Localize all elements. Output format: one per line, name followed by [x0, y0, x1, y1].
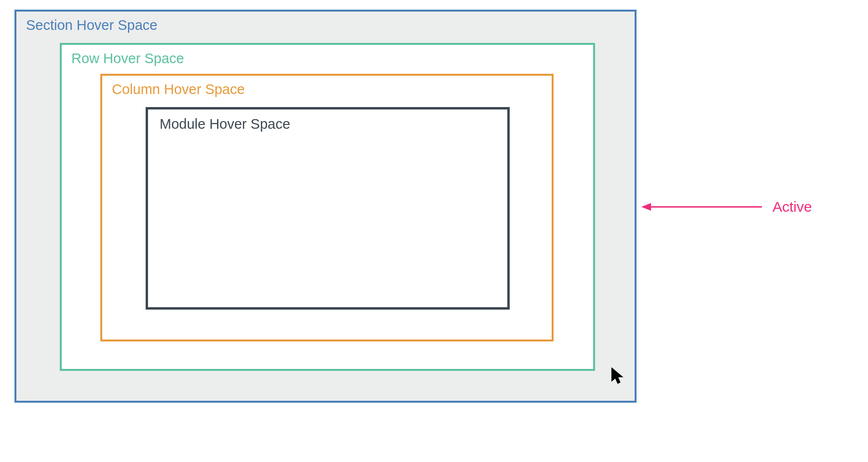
svg-marker-1: [641, 203, 651, 211]
row-label: Row Hover Space: [71, 51, 583, 67]
section-label: Section Hover Space: [26, 17, 625, 33]
arrow-icon: [641, 200, 767, 214]
section-hover-space[interactable]: Section Hover Space Row Hover Space Colu…: [14, 10, 637, 403]
cursor-icon: [610, 367, 625, 385]
active-label: Active: [773, 199, 812, 215]
active-annotation: Active: [641, 199, 812, 215]
column-label: Column Hover Space: [112, 82, 542, 97]
module-hover-space[interactable]: Module Hover Space: [146, 107, 510, 310]
diagram-canvas: Section Hover Space Row Hover Space Colu…: [14, 10, 854, 453]
row-hover-space[interactable]: Row Hover Space Column Hover Space Modul…: [60, 43, 595, 371]
column-hover-space[interactable]: Column Hover Space Module Hover Space: [100, 74, 554, 341]
module-label: Module Hover Space: [160, 116, 496, 132]
